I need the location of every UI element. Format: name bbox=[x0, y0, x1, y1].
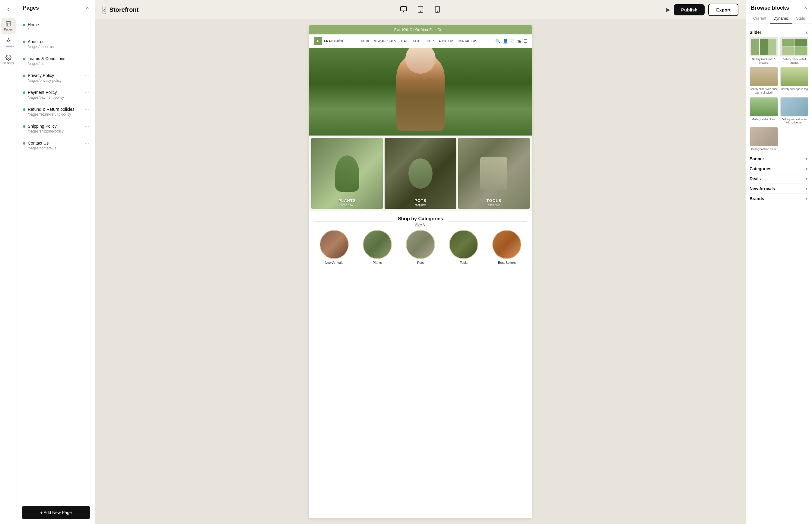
shop-by-categories: Shop by Categories View All New Arrivals… bbox=[309, 211, 532, 269]
page-more-icon[interactable]: ··· bbox=[85, 107, 89, 112]
store-nav-icons: 🔍 👤 ♡ 🛍 ☰ bbox=[495, 39, 527, 44]
list-item[interactable]: Teams & Conditions /pages/tnc ··· bbox=[17, 52, 95, 69]
sidebar-item-themes[interactable]: Themes bbox=[1, 35, 16, 51]
page-name: Payment Policy bbox=[28, 90, 64, 95]
svg-rect-5 bbox=[401, 7, 407, 11]
new-arrivals-section-header[interactable]: New Arrivals ▼ bbox=[749, 185, 808, 192]
nav-link-tools[interactable]: TOOLS bbox=[425, 39, 435, 43]
list-item[interactable]: Contact Us /pages/contact-us ··· bbox=[17, 137, 95, 154]
topbar-back-button[interactable]: ‹ bbox=[103, 6, 106, 14]
mobile-device-button[interactable] bbox=[432, 4, 443, 16]
gallery-block-thumb-slider-full bbox=[749, 67, 778, 86]
nav-link-pots[interactable]: POTS bbox=[413, 39, 421, 43]
thumb-cell-c bbox=[782, 47, 794, 55]
category-name-tools: Tools bbox=[460, 261, 468, 264]
tablet-device-button[interactable] bbox=[415, 4, 426, 16]
page-more-icon[interactable]: ··· bbox=[85, 124, 89, 129]
tab-dynamic[interactable]: Dynamic bbox=[770, 14, 792, 23]
thumb-inner-3img bbox=[750, 37, 778, 56]
category-new-arrivals[interactable]: New Arrivals bbox=[320, 230, 349, 264]
deals-section-header[interactable]: Deals ▼ bbox=[749, 175, 808, 182]
gallery-pots-label: POTS bbox=[385, 198, 456, 203]
browse-panel-close[interactable]: × bbox=[804, 5, 807, 11]
page-more-icon[interactable]: ··· bbox=[85, 141, 89, 146]
categories-section-header[interactable]: Categories ▼ bbox=[749, 165, 808, 173]
sidebar-item-settings[interactable]: Settings bbox=[1, 52, 16, 68]
preview-button[interactable]: ▶ bbox=[666, 6, 670, 13]
nav-link-contact[interactable]: CONTACT US bbox=[458, 39, 477, 43]
shop-categories-header: Shop by Categories View All bbox=[314, 216, 527, 226]
pages-panel-close[interactable]: × bbox=[86, 5, 89, 11]
browse-panel-title: Browse blocks bbox=[751, 5, 789, 11]
back-button[interactable]: ‹ bbox=[3, 4, 14, 15]
page-active-dot bbox=[23, 92, 26, 94]
category-pots[interactable]: Pots bbox=[406, 230, 435, 264]
gallery-item-plants[interactable]: PLANTS shop now bbox=[311, 138, 383, 209]
page-more-icon[interactable]: ··· bbox=[85, 39, 89, 45]
nav-link-home[interactable]: HOME bbox=[361, 39, 370, 43]
gallery-tools-sub: shop now bbox=[458, 203, 530, 207]
nav-link-deals[interactable]: DEALS bbox=[400, 39, 410, 43]
nav-link-new-arrivals[interactable]: NEW ARRIVALS bbox=[374, 39, 396, 43]
search-icon[interactable]: 🔍 bbox=[495, 39, 501, 44]
categories-chevron-down-icon: ▼ bbox=[805, 167, 808, 171]
page-name: Refund & Return policies bbox=[28, 107, 74, 112]
topbar-title: Storefront bbox=[109, 6, 139, 13]
gallery-block-fashion[interactable]: Gallery fashion block bbox=[749, 127, 778, 151]
account-icon[interactable]: 👤 bbox=[503, 39, 508, 44]
mobile-icon bbox=[434, 6, 441, 13]
slider-section-header[interactable]: Slider ▲ bbox=[749, 28, 808, 37]
desktop-device-button[interactable] bbox=[398, 4, 409, 16]
category-tools[interactable]: Tools bbox=[449, 230, 478, 264]
page-more-icon[interactable]: ··· bbox=[85, 90, 89, 95]
gallery-block-slider-block[interactable]: Gallery slider block bbox=[749, 97, 778, 125]
list-item[interactable]: About us /pages/about-us ··· bbox=[17, 36, 95, 52]
page-more-icon[interactable]: ··· bbox=[85, 73, 89, 79]
page-path: /pages/about-us bbox=[28, 45, 54, 49]
sidebar-pages-label: Pages bbox=[4, 28, 12, 31]
export-button[interactable]: Export bbox=[708, 4, 739, 16]
gallery-block-vertical-slider[interactable]: Gallery vertical slider with price tag bbox=[780, 97, 809, 125]
gallery-block-price-tag[interactable]: Gallery slider price tag bbox=[780, 67, 809, 95]
banner-section-header[interactable]: Banner ▼ bbox=[749, 155, 808, 162]
page-more-icon[interactable]: ··· bbox=[85, 56, 89, 62]
category-best-sellers[interactable]: Best Sellers bbox=[492, 230, 521, 264]
page-path: /pages/contact-us bbox=[28, 146, 56, 150]
page-name: Privacy Policy bbox=[28, 73, 62, 78]
list-item[interactable]: Privacy Policy /pages/privacy-policy ··· bbox=[17, 69, 95, 86]
category-name-plants: Plants bbox=[373, 261, 382, 264]
list-item[interactable]: Home / ··· bbox=[17, 19, 95, 36]
svg-point-11 bbox=[437, 11, 438, 12]
canvas-area: Flat 10% Off On Your First Order F FRAIL… bbox=[95, 19, 746, 524]
gallery-block-3img[interactable]: Gallery block with 3 images bbox=[749, 37, 778, 65]
page-active-dot bbox=[23, 142, 26, 145]
gallery-pots-sub: shop now bbox=[385, 203, 456, 207]
gallery-item-pots[interactable]: POTS shop now bbox=[385, 138, 456, 209]
nav-link-about[interactable]: ABOUT US bbox=[439, 39, 454, 43]
categories-row: New Arrivals Plants Pots Tools bbox=[314, 230, 527, 264]
category-plants[interactable]: Plants bbox=[363, 230, 392, 264]
list-item[interactable]: Refund & Return policies /pages/return-r… bbox=[17, 103, 95, 120]
page-more-icon[interactable]: ··· bbox=[85, 22, 89, 28]
tab-current[interactable]: Current bbox=[749, 14, 770, 23]
sidebar-item-pages[interactable]: Pages bbox=[1, 18, 16, 34]
page-active-dot bbox=[23, 75, 26, 77]
pages-panel-title: Pages bbox=[23, 5, 39, 11]
shop-categories-viewall[interactable]: View All bbox=[415, 223, 426, 226]
tab-static[interactable]: Static bbox=[792, 14, 810, 23]
gallery-block-slider-full[interactable]: Gallery slider with price tag - Full wid… bbox=[749, 67, 778, 95]
cart-icon[interactable]: 🛍 bbox=[517, 39, 521, 44]
categories-section-label: Categories bbox=[749, 166, 771, 171]
gallery-item-tools[interactable]: TOOLS shop now bbox=[458, 138, 530, 209]
wishlist-icon[interactable]: ♡ bbox=[510, 39, 514, 44]
gallery-block-4img[interactable]: Gallery block with 4 images bbox=[780, 37, 809, 65]
page-active-dot bbox=[23, 24, 26, 26]
add-page-button[interactable]: + Add New Page bbox=[22, 506, 90, 519]
menu-icon[interactable]: ☰ bbox=[523, 39, 527, 44]
list-item[interactable]: Shipping Policy /pages/shipping-policy ·… bbox=[17, 120, 95, 137]
gallery-block-label-3img: Gallery block with 3 images bbox=[749, 58, 778, 65]
store-logo-text: FRAILEJÓN bbox=[324, 39, 343, 43]
brands-section-header[interactable]: Brands ▼ bbox=[749, 195, 808, 202]
list-item[interactable]: Payment Policy /pages/payment-policy ··· bbox=[17, 86, 95, 103]
publish-button[interactable]: Publish bbox=[674, 4, 705, 15]
